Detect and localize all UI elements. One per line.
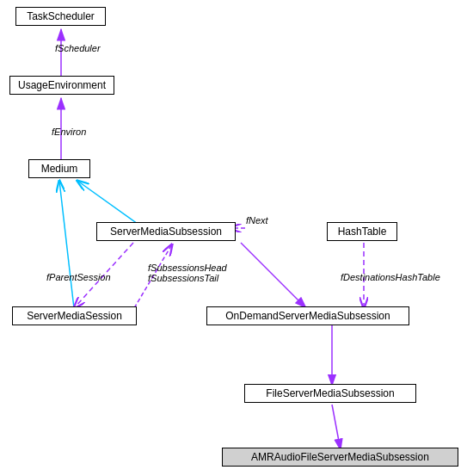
f-destinations-label: fDestinationsHashTable: [341, 272, 440, 282]
svg-line-6: [241, 243, 306, 308]
class-diagram: TaskScheduler UsageEnvironment Medium Se…: [0, 0, 467, 476]
svg-line-10: [332, 405, 341, 450]
f-next-label: fNext: [246, 215, 268, 226]
f-environ-label: fEnviron: [52, 127, 86, 137]
amr-audio-node: AMRAudioFileServerMediaSubsession: [222, 448, 458, 467]
svg-line-4: [59, 181, 74, 308]
file-server-node: FileServerMediaSubsession: [244, 384, 416, 403]
hash-table-node: HashTable: [327, 222, 397, 241]
server-media-subsession-node: ServerMediaSubsession: [96, 222, 236, 241]
f-subsessions-tail-label: fSubsessionsTail: [148, 273, 218, 283]
f-subsessions-head-label: fSubsessionsHead: [148, 263, 227, 273]
task-scheduler-node: TaskScheduler: [15, 7, 106, 26]
on-demand-node: OnDemandServerMediaSubsession: [206, 306, 409, 325]
svg-line-3: [77, 181, 138, 224]
f-parent-session-label: fParentSession: [46, 272, 111, 282]
server-media-session-node: ServerMediaSession: [12, 306, 137, 325]
usage-environment-node: UsageEnvironment: [9, 76, 114, 95]
medium-node: Medium: [28, 159, 90, 178]
f-scheduler-label: fScheduler: [55, 43, 101, 53]
